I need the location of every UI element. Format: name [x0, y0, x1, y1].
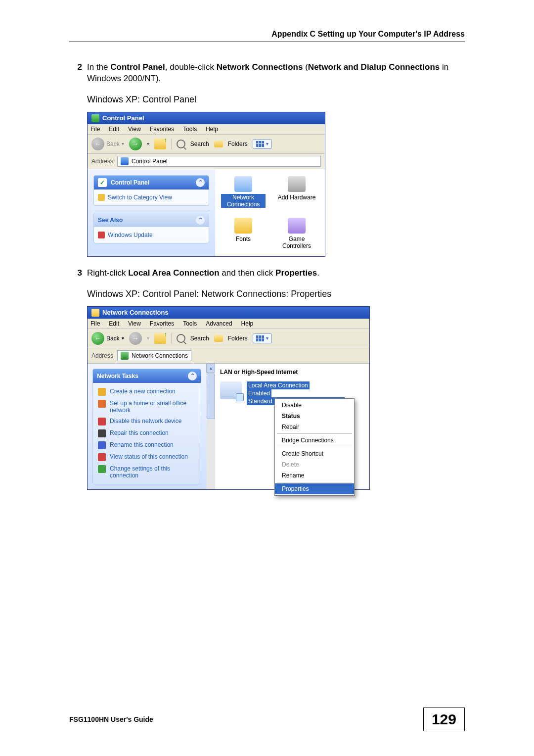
step2-b3: Network and Dialup Connections — [308, 62, 440, 72]
menu-help[interactable]: Help — [241, 320, 254, 327]
address-field[interactable]: Network Connections — [117, 350, 191, 361]
search-icon[interactable] — [177, 334, 185, 343]
address-icon — [121, 157, 129, 165]
item-add-hardware[interactable]: Add Hardware — [274, 176, 319, 208]
back-button[interactable]: ← Back ▾ — [91, 332, 124, 345]
task-icon — [98, 453, 106, 461]
menu-view[interactable]: View — [128, 126, 141, 133]
window-title-bar[interactable]: Network Connections — [88, 307, 369, 319]
section-lan: LAN or High-Speed Internet — [220, 368, 364, 378]
chevron-up-icon[interactable]: ⌃ — [196, 178, 205, 187]
folders-icon[interactable] — [214, 335, 223, 342]
forward-dropdown-icon[interactable]: ▾ — [147, 141, 149, 146]
side-panel: ✓ Control Panel ⌃ Switch to Category Vie… — [88, 169, 215, 256]
ctx-shortcut[interactable]: Create Shortcut — [275, 448, 354, 459]
windows-update-link[interactable]: Windows Update — [98, 230, 205, 240]
step2-b2: Network Connections — [217, 62, 303, 72]
menu-tools[interactable]: Tools — [183, 320, 197, 327]
forward-dropdown-icon[interactable]: ▾ — [147, 335, 149, 341]
network-tasks-header[interactable]: Network Tasks ⌃ — [93, 369, 201, 383]
connections-pane[interactable]: LAN or High-Speed Internet Local Area Co… — [215, 364, 369, 489]
ctx-bridge[interactable]: Bridge Connections — [275, 435, 354, 446]
task-icon — [98, 400, 106, 408]
task-icon — [98, 388, 106, 396]
item-network-connections[interactable]: Network Connections — [221, 176, 266, 208]
views-button[interactable]: ▾ — [253, 333, 272, 343]
task-icon — [98, 418, 106, 425]
menu-help[interactable]: Help — [206, 126, 218, 133]
menu-edit[interactable]: Edit — [109, 320, 119, 327]
side-panel-see-also: See Also ⌃ Windows Update — [93, 213, 209, 243]
menu-favorites[interactable]: Favorites — [150, 126, 174, 133]
step3-t1: Right-click — [87, 268, 128, 278]
up-button[interactable] — [154, 139, 166, 149]
item-label: Add Hardware — [278, 194, 316, 201]
menu-favorites[interactable]: Favorites — [150, 320, 174, 327]
search-label[interactable]: Search — [190, 141, 209, 147]
task-create-connection[interactable]: Create a new connection — [97, 386, 197, 398]
side-panel-main-header[interactable]: ✓ Control Panel ⌃ — [94, 176, 209, 189]
back-dropdown-icon: ▾ — [122, 335, 124, 341]
task-change-settings[interactable]: Change settings of this connection — [97, 463, 197, 481]
views-dropdown-icon: ▾ — [266, 141, 268, 146]
search-label[interactable]: Search — [190, 335, 209, 342]
footer-guide-title: FSG1100HN User's Guide — [69, 715, 153, 723]
menu-file[interactable]: File — [90, 126, 100, 133]
menu-edit[interactable]: Edit — [109, 126, 119, 133]
step-3-text: Right-click Local Area Connection and th… — [87, 268, 465, 279]
folders-label[interactable]: Folders — [228, 335, 248, 342]
step-2-text: In the Control Panel, double-click Netwo… — [87, 62, 465, 85]
figure2-caption: Windows XP: Control Panel: Network Conne… — [87, 289, 465, 299]
task-label: Rename this connection — [110, 441, 174, 448]
ctx-rename[interactable]: Rename — [275, 470, 354, 481]
task-icon — [98, 441, 106, 449]
switch-category-link[interactable]: Switch to Category View — [98, 192, 205, 202]
folders-icon[interactable] — [214, 141, 223, 147]
item-fonts[interactable]: Fonts — [221, 218, 266, 249]
side-panel-main-title: Control Panel — [111, 179, 149, 186]
menu-advanced[interactable]: Advanced — [206, 320, 232, 327]
forward-button[interactable]: → — [129, 138, 142, 150]
task-setup-network[interactable]: Set up a home or small office network — [97, 398, 197, 416]
ctx-properties[interactable]: Properties — [275, 483, 354, 494]
address-label: Address — [91, 158, 113, 165]
task-label: Repair this connection — [110, 429, 169, 436]
network-tasks-panel: Network Tasks ⌃ Create a new connection … — [92, 369, 201, 484]
menu-view[interactable]: View — [128, 320, 141, 327]
back-label: Back — [106, 141, 120, 147]
address-field[interactable]: Control Panel — [117, 156, 321, 167]
folders-label[interactable]: Folders — [228, 141, 248, 147]
menu-tools[interactable]: Tools — [183, 126, 197, 133]
menu-file[interactable]: File — [90, 320, 100, 327]
ctx-status[interactable]: Status — [275, 411, 354, 422]
back-button[interactable]: ← Back ▾ — [91, 138, 124, 150]
task-rename[interactable]: Rename this connection — [97, 439, 197, 451]
views-icon — [256, 141, 264, 147]
up-button[interactable] — [154, 333, 166, 344]
add-hardware-icon — [288, 176, 306, 192]
task-pane: Network Tasks ⌃ Create a new connection … — [88, 364, 206, 489]
task-icon — [98, 465, 106, 473]
item-game-controllers[interactable]: Game Controllers — [274, 218, 319, 249]
search-icon[interactable] — [177, 140, 185, 148]
forward-button[interactable]: → — [129, 332, 142, 345]
control-panel-icon — [91, 114, 99, 122]
window-title-text: Control Panel — [102, 114, 144, 122]
chevron-up-icon[interactable]: ⌃ — [196, 216, 205, 225]
task-disable-device[interactable]: Disable this network device — [97, 416, 197, 427]
see-also-header[interactable]: See Also ⌃ — [94, 213, 209, 227]
ctx-disable[interactable]: Disable — [275, 400, 354, 411]
views-button[interactable]: ▾ — [253, 139, 272, 149]
scroll-up-button[interactable]: ▴ — [206, 364, 215, 373]
task-view-status[interactable]: View status of this connection — [97, 451, 197, 463]
chevron-up-icon[interactable]: ⌃ — [188, 372, 197, 380]
window-title-bar[interactable]: Control Panel — [88, 112, 325, 124]
ctx-repair[interactable]: Repair — [275, 422, 354, 432]
task-label: Change settings of this connection — [110, 465, 196, 479]
side-scrollbar[interactable]: ▴ — [206, 364, 215, 489]
back-dropdown-icon: ▾ — [122, 141, 124, 146]
task-repair[interactable]: Repair this connection — [97, 427, 197, 439]
scroll-thumb[interactable] — [207, 374, 215, 419]
icon-pane[interactable]: Network Connections Add Hardware Fonts — [215, 169, 325, 256]
step3-b2: Properties — [275, 268, 317, 278]
